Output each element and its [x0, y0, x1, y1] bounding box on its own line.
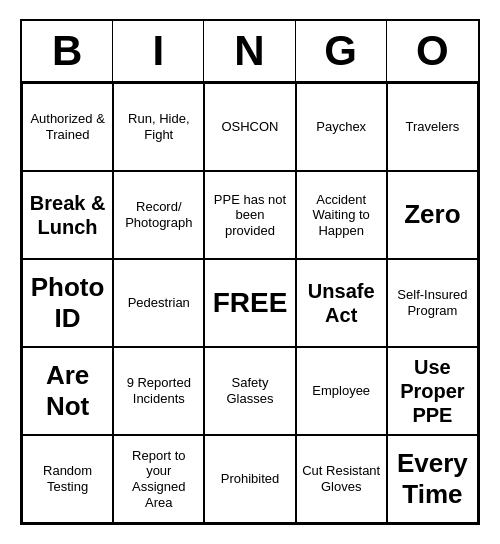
bingo-grid: Authorized & TrainedRun, Hide, FightOSHC… [22, 83, 478, 523]
cell-text: Random Testing [27, 463, 108, 494]
bingo-cell-11: Pedestrian [113, 259, 204, 347]
header-letter: G [296, 21, 387, 81]
bingo-cell-17: Safety Glasses [204, 347, 295, 435]
cell-text: 9 Reported Incidents [118, 375, 199, 406]
cell-text: Self-Insured Program [392, 287, 473, 318]
header-letter: N [204, 21, 295, 81]
bingo-card: BINGO Authorized & TrainedRun, Hide, Fig… [20, 19, 480, 525]
bingo-cell-18: Employee [296, 347, 387, 435]
bingo-cell-8: Accident Waiting to Happen [296, 171, 387, 259]
bingo-cell-19: Use Proper PPE [387, 347, 478, 435]
cell-text: Accident Waiting to Happen [301, 192, 382, 239]
bingo-cell-9: Zero [387, 171, 478, 259]
cell-text: Unsafe Act [301, 279, 382, 327]
bingo-cell-14: Self-Insured Program [387, 259, 478, 347]
cell-text: Paychex [316, 119, 366, 135]
bingo-header: BINGO [22, 21, 478, 83]
bingo-cell-10: Photo ID [22, 259, 113, 347]
cell-text: Use Proper PPE [392, 355, 473, 427]
cell-text: Prohibited [221, 471, 280, 487]
header-letter: B [22, 21, 113, 81]
cell-text: Are Not [27, 360, 108, 422]
bingo-cell-7: PPE has not been provided [204, 171, 295, 259]
cell-text: Record/ Photograph [118, 199, 199, 230]
cell-text: Safety Glasses [209, 375, 290, 406]
cell-text: Pedestrian [128, 295, 190, 311]
bingo-cell-2: OSHCON [204, 83, 295, 171]
bingo-cell-15: Are Not [22, 347, 113, 435]
cell-text: Travelers [406, 119, 460, 135]
bingo-cell-22: Prohibited [204, 435, 295, 523]
bingo-cell-21: Report to your Assigned Area [113, 435, 204, 523]
cell-text: FREE [213, 286, 288, 320]
cell-text: Zero [404, 199, 460, 230]
cell-text: Report to your Assigned Area [118, 448, 199, 510]
cell-text: PPE has not been provided [209, 192, 290, 239]
cell-text: Every Time [392, 448, 473, 510]
cell-text: Photo ID [27, 272, 108, 334]
bingo-cell-6: Record/ Photograph [113, 171, 204, 259]
bingo-cell-23: Cut Resistant Gloves [296, 435, 387, 523]
bingo-cell-5: Break & Lunch [22, 171, 113, 259]
bingo-cell-20: Random Testing [22, 435, 113, 523]
header-letter: I [113, 21, 204, 81]
bingo-cell-16: 9 Reported Incidents [113, 347, 204, 435]
bingo-cell-1: Run, Hide, Fight [113, 83, 204, 171]
cell-text: Run, Hide, Fight [118, 111, 199, 142]
cell-text: Cut Resistant Gloves [301, 463, 382, 494]
cell-text: OSHCON [221, 119, 278, 135]
header-letter: O [387, 21, 478, 81]
cell-text: Employee [312, 383, 370, 399]
bingo-cell-24: Every Time [387, 435, 478, 523]
bingo-cell-3: Paychex [296, 83, 387, 171]
bingo-cell-0: Authorized & Trained [22, 83, 113, 171]
bingo-cell-4: Travelers [387, 83, 478, 171]
cell-text: Authorized & Trained [27, 111, 108, 142]
cell-text: Break & Lunch [27, 191, 108, 239]
bingo-cell-13: Unsafe Act [296, 259, 387, 347]
bingo-cell-12: FREE [204, 259, 295, 347]
